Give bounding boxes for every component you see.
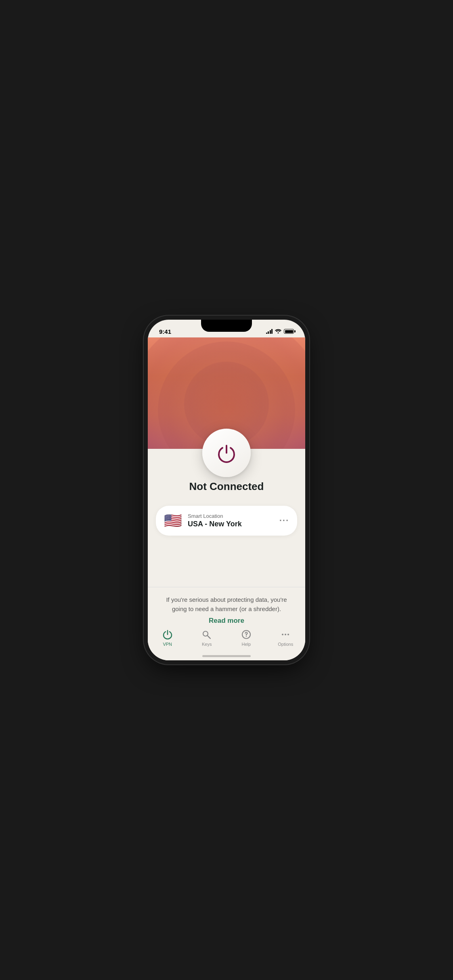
location-card[interactable]: 🇺🇸 Smart Location USA - New York ··· (156, 506, 297, 536)
svg-point-3 (282, 634, 283, 635)
help-icon (241, 629, 252, 640)
phone-frame: 9:41 (148, 320, 305, 660)
nav-item-keys[interactable]: Keys (193, 629, 221, 647)
location-name: USA - New York (188, 520, 274, 528)
nav-item-options[interactable]: Options (271, 629, 300, 647)
help-label: Help (241, 642, 251, 647)
notch (201, 320, 252, 332)
footer-section: If you're serious about protecting data,… (148, 587, 305, 625)
power-button[interactable] (202, 429, 251, 477)
options-label: Options (278, 642, 293, 647)
location-info: Smart Location USA - New York (188, 513, 274, 528)
power-button-container (202, 429, 251, 477)
options-icon (280, 629, 291, 640)
battery-icon (284, 329, 294, 334)
nav-item-vpn[interactable]: VPN (153, 629, 182, 647)
wifi-icon (275, 329, 281, 335)
power-icon (216, 442, 237, 463)
signal-bar-1 (266, 333, 267, 334)
flag-icon: 🇺🇸 (164, 513, 182, 528)
tip-text: If you're serious about protecting data,… (164, 595, 289, 614)
connection-status: Not Connected (148, 480, 305, 493)
nav-item-help[interactable]: Help (232, 629, 260, 647)
svg-point-4 (285, 634, 286, 635)
location-label: Smart Location (188, 513, 274, 519)
main-content: Not Connected 🇺🇸 Smart Location USA - Ne… (148, 449, 305, 660)
vpn-label: VPN (163, 642, 172, 647)
home-indicator (202, 655, 251, 657)
read-more-link[interactable]: Read more (209, 617, 244, 624)
keys-icon (201, 629, 212, 640)
svg-point-5 (287, 634, 289, 635)
svg-point-2 (246, 636, 247, 637)
vpn-icon (162, 629, 173, 640)
status-time: 9:41 (159, 328, 171, 335)
signal-bar-3 (270, 330, 271, 334)
signal-bar-4 (271, 329, 273, 334)
signal-icon (266, 329, 273, 334)
keys-label: Keys (202, 642, 212, 647)
more-options-button[interactable]: ··· (279, 515, 289, 526)
status-icons (266, 329, 294, 335)
battery-fill (285, 330, 293, 333)
signal-bar-2 (268, 331, 269, 334)
